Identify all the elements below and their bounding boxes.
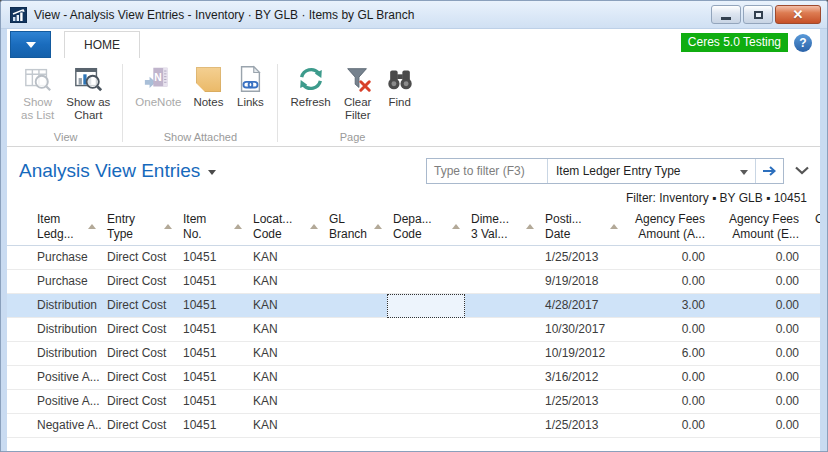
table-row[interactable]: PurchaseDirect Cost10451KAN1/25/20130.00…: [7, 246, 820, 270]
tab-home[interactable]: HOME: [64, 31, 140, 58]
column-header-agency-fees-amount-e[interactable]: Agency Fees Amount (E...: [717, 209, 811, 245]
cell-dimension-3-value[interactable]: [465, 246, 539, 270]
row-selector[interactable]: [7, 294, 31, 318]
show-as-chart-button[interactable]: Show as Chart: [60, 61, 116, 122]
cell-dimension-3-value[interactable]: [465, 318, 539, 342]
show-as-list-button[interactable]: Show as List: [15, 61, 60, 122]
cell-department-code[interactable]: [387, 270, 465, 294]
row-selector[interactable]: [7, 414, 31, 438]
column-header-item-no[interactable]: Item No.: [177, 209, 247, 245]
notes-button[interactable]: Notes: [187, 61, 229, 109]
cell-agency-fees-amount-a[interactable]: 0.00: [623, 246, 717, 270]
cell-entry-type[interactable]: Direct Cost: [101, 318, 177, 342]
cell-location-code[interactable]: KAN: [247, 318, 323, 342]
cell-agency-fees-amount-a[interactable]: 0.00: [623, 318, 717, 342]
cell-item-ledger-entry-type[interactable]: Distribution: [31, 294, 101, 318]
cell-posting-date[interactable]: 3/16/2012: [539, 366, 623, 390]
cell-gl-branch[interactable]: [323, 366, 387, 390]
page-title-dropdown[interactable]: Analysis View Entries: [19, 160, 216, 182]
cell-entry-type[interactable]: Direct Cost: [101, 342, 177, 366]
cell-entry-type[interactable]: Direct Cost: [101, 294, 177, 318]
column-header-entry-type[interactable]: Entry Type: [101, 209, 177, 245]
cell-agency-fees-amount-a[interactable]: 0.00: [623, 270, 717, 294]
minimize-button[interactable]: [711, 5, 741, 24]
cell-item-no[interactable]: 10451: [177, 390, 247, 414]
cell-dimension-3-value[interactable]: [465, 294, 539, 318]
cell-item-no[interactable]: 10451: [177, 294, 247, 318]
row-selector[interactable]: [7, 246, 31, 270]
cell-gl-branch[interactable]: [323, 270, 387, 294]
cell-entry-type[interactable]: Direct Cost: [101, 366, 177, 390]
clear-filter-button[interactable]: Clear Filter: [337, 61, 379, 122]
cell-agency-fees-amount-e[interactable]: 0.00: [717, 246, 811, 270]
table-row[interactable]: DistributionDirect Cost10451KAN4/28/2017…: [7, 294, 820, 318]
cell-item-no[interactable]: 10451: [177, 246, 247, 270]
maximize-button[interactable]: [743, 5, 773, 24]
cell-item-ledger-entry-type[interactable]: Purchase: [31, 246, 101, 270]
help-icon[interactable]: ?: [794, 34, 812, 52]
cell-department-code[interactable]: [387, 294, 465, 318]
column-header-gl-branch[interactable]: GL Branch: [323, 209, 387, 245]
cell-item-ledger-entry-type[interactable]: Negative A...: [31, 414, 101, 438]
filter-column-selector[interactable]: Item Ledger Entry Type: [548, 164, 755, 178]
cell-department-code[interactable]: [387, 246, 465, 270]
cell-agency-fees-amount-e[interactable]: 0.00: [717, 390, 811, 414]
column-header-location-code[interactable]: Locat... Code: [247, 209, 323, 245]
table-row[interactable]: Positive A...Direct Cost10451KAN3/16/201…: [7, 366, 820, 390]
cell-posting-date[interactable]: 1/25/2013: [539, 414, 623, 438]
cell-dimension-3-value[interactable]: [465, 270, 539, 294]
row-selector[interactable]: [7, 390, 31, 414]
cell-posting-date[interactable]: 10/30/2017: [539, 318, 623, 342]
cell-dimension-3-value[interactable]: [465, 366, 539, 390]
cell-agency-fees-amount-e[interactable]: 0.00: [717, 318, 811, 342]
cell-agency-fees-amount-e[interactable]: 0.00: [717, 366, 811, 390]
cell-agency-fees-amount-e[interactable]: 0.00: [717, 270, 811, 294]
cell-posting-date[interactable]: 4/28/2017: [539, 294, 623, 318]
refresh-button[interactable]: Refresh: [284, 61, 336, 109]
cell-agency-fees-amount-e[interactable]: 0.00: [717, 294, 811, 318]
cell-posting-date[interactable]: 1/25/2013: [539, 390, 623, 414]
cell-department-code[interactable]: [387, 366, 465, 390]
apply-filter-button[interactable]: [756, 159, 783, 183]
cell-department-code[interactable]: [387, 390, 465, 414]
cell-gl-branch[interactable]: [323, 318, 387, 342]
cell-location-code[interactable]: KAN: [247, 270, 323, 294]
table-row[interactable]: DistributionDirect Cost10451KAN10/30/201…: [7, 318, 820, 342]
row-selector[interactable]: [7, 342, 31, 366]
cell-department-code[interactable]: [387, 414, 465, 438]
cell-agency-fees-amount-e[interactable]: 0.00: [717, 414, 811, 438]
cell-agency-fees-amount-a[interactable]: 6.00: [623, 342, 717, 366]
cell-location-code[interactable]: KAN: [247, 342, 323, 366]
table-row[interactable]: PurchaseDirect Cost10451KAN9/19/20180.00…: [7, 270, 820, 294]
cell-item-ledger-entry-type[interactable]: Positive A...: [31, 366, 101, 390]
find-button[interactable]: Find: [379, 61, 421, 109]
cell-item-no[interactable]: 10451: [177, 366, 247, 390]
table-row[interactable]: DistributionDirect Cost10451KAN10/19/201…: [7, 342, 820, 366]
cell-dimension-3-value[interactable]: [465, 390, 539, 414]
cell-agency-fees-amount-a[interactable]: 0.00: [623, 414, 717, 438]
onenote-button[interactable]: N OneNote: [129, 61, 187, 109]
cell-location-code[interactable]: KAN: [247, 390, 323, 414]
cell-gl-branch[interactable]: [323, 294, 387, 318]
column-header-dimension-3-value[interactable]: Dime... 3 Val...: [465, 209, 539, 245]
cell-gl-branch[interactable]: [323, 342, 387, 366]
cell-location-code[interactable]: KAN: [247, 246, 323, 270]
table-row[interactable]: Negative A...Direct Cost10451KAN1/25/201…: [7, 414, 820, 438]
cell-agency-fees-amount-e[interactable]: 0.00: [717, 342, 811, 366]
cell-posting-date[interactable]: 10/19/2012: [539, 342, 623, 366]
cell-department-code[interactable]: [387, 318, 465, 342]
column-header-posting-date[interactable]: Posti... Date: [539, 209, 623, 245]
table-row[interactable]: Positive A...Direct Cost10451KAN1/25/201…: [7, 390, 820, 414]
application-menu-button[interactable]: [10, 31, 51, 58]
cell-item-no[interactable]: 10451: [177, 414, 247, 438]
close-button[interactable]: ✕: [775, 5, 821, 24]
cell-item-no[interactable]: 10451: [177, 318, 247, 342]
cell-location-code[interactable]: KAN: [247, 414, 323, 438]
cell-item-no[interactable]: 10451: [177, 342, 247, 366]
cell-entry-type[interactable]: Direct Cost: [101, 270, 177, 294]
cell-department-code[interactable]: [387, 342, 465, 366]
cell-item-ledger-entry-type[interactable]: Purchase: [31, 270, 101, 294]
cell-gl-branch[interactable]: [323, 414, 387, 438]
column-header-item-ledger-entry-type[interactable]: Item Ledg...: [31, 209, 101, 245]
cell-item-ledger-entry-type[interactable]: Distribution: [31, 318, 101, 342]
